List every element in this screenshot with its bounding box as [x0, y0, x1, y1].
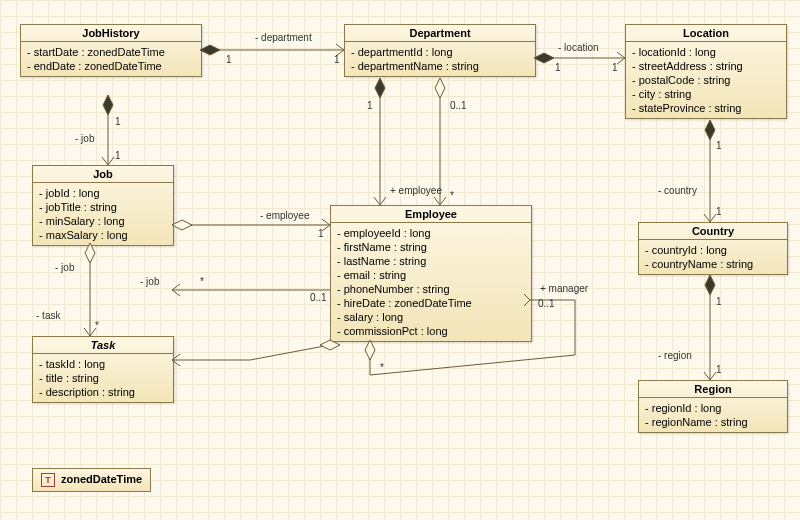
mult-label: *	[200, 276, 204, 287]
mult-label: 1	[716, 206, 722, 217]
class-attr: - jobTitle : string	[39, 200, 167, 214]
datatype-zoneddatetime[interactable]: TzonedDateTime	[32, 468, 151, 492]
class-attr: - streetAddress : string	[632, 59, 780, 73]
svg-marker-9	[435, 78, 445, 98]
class-title: Task	[91, 339, 116, 351]
mult-label: 1	[716, 296, 722, 307]
assoc-label: - job	[75, 133, 94, 144]
class-attr: - email : string	[337, 268, 525, 282]
svg-marker-3	[534, 53, 554, 63]
mult-label: 1	[115, 116, 121, 127]
mult-label: 1	[115, 150, 121, 161]
svg-marker-15	[365, 340, 375, 360]
assoc-label: - country	[658, 185, 697, 196]
class-attr: - minSalary : long	[39, 214, 167, 228]
class-employee[interactable]: Employee - employeeId : long - firstName…	[330, 205, 532, 342]
mult-label: 1	[334, 54, 340, 65]
assoc-label: - job	[55, 262, 74, 273]
class-attr: - jobId : long	[39, 186, 167, 200]
class-title: Country	[692, 225, 734, 237]
mult-label: 1	[226, 54, 232, 65]
class-attr: - firstName : string	[337, 240, 525, 254]
datatype-label: zonedDateTime	[61, 473, 142, 485]
class-attr: - departmentName : string	[351, 59, 529, 73]
class-title: JobHistory	[82, 27, 139, 39]
class-jobhistory[interactable]: JobHistory - startDate : zonedDateTime -…	[20, 24, 202, 77]
assoc-label: - department	[255, 32, 312, 43]
class-attr: - postalCode : string	[632, 73, 780, 87]
mult-label: 1	[716, 364, 722, 375]
class-title: Region	[694, 383, 731, 395]
class-title: Location	[683, 27, 729, 39]
class-attr: - startDate : zonedDateTime	[27, 45, 195, 59]
svg-marker-19	[705, 275, 715, 295]
class-department[interactable]: Department - departmentId : long - depar…	[344, 24, 536, 77]
class-attr: - regionName : string	[645, 415, 781, 429]
class-task[interactable]: Task - taskId : long - title : string - …	[32, 336, 174, 403]
class-title: Job	[93, 168, 113, 180]
class-attr: - taskId : long	[39, 357, 167, 371]
mult-label: 0..1	[310, 292, 327, 303]
class-attr: - description : string	[39, 385, 167, 399]
mult-label: 1	[318, 228, 324, 239]
mult-label: 1	[367, 100, 373, 111]
assoc-label: - location	[558, 42, 599, 53]
assoc-label: - employee	[260, 210, 309, 221]
mult-label: 0..1	[538, 298, 555, 309]
svg-marker-5	[103, 95, 113, 115]
class-attr: - stateProvince : string	[632, 101, 780, 115]
class-attr: - countryId : long	[645, 243, 781, 257]
class-attr: - title : string	[39, 371, 167, 385]
class-location[interactable]: Location - locationId : long - streetAdd…	[625, 24, 787, 119]
svg-marker-1	[200, 45, 220, 55]
assoc-label: - task	[36, 310, 60, 321]
class-job[interactable]: Job - jobId : long - jobTitle : string -…	[32, 165, 174, 246]
class-attr: - commissionPct : long	[337, 324, 525, 338]
svg-marker-11	[375, 78, 385, 98]
class-attr: - departmentId : long	[351, 45, 529, 59]
class-attr: - countryName : string	[645, 257, 781, 271]
uml-canvas[interactable]: JobHistory - startDate : zonedDateTime -…	[0, 0, 800, 520]
stereotype-icon: T	[41, 473, 55, 487]
mult-label: 1	[612, 62, 618, 73]
class-attr: - employeeId : long	[337, 226, 525, 240]
class-title: Department	[409, 27, 470, 39]
class-attr: - endDate : zonedDateTime	[27, 59, 195, 73]
class-attr: - phoneNumber : string	[337, 282, 525, 296]
svg-marker-7	[85, 243, 95, 263]
svg-marker-17	[705, 120, 715, 140]
class-attr: - locationId : long	[632, 45, 780, 59]
class-title: Employee	[405, 208, 457, 220]
svg-marker-13	[172, 220, 192, 230]
mult-label: *	[380, 362, 384, 373]
assoc-label: - job	[140, 276, 159, 287]
mult-label: 1	[716, 140, 722, 151]
class-attr: - maxSalary : long	[39, 228, 167, 242]
mult-label: *	[95, 320, 99, 331]
class-country[interactable]: Country - countryId : long - countryName…	[638, 222, 788, 275]
class-attr: - salary : long	[337, 310, 525, 324]
class-attr: - hireDate : zonedDateTime	[337, 296, 525, 310]
class-attr: - city : string	[632, 87, 780, 101]
assoc-label: + employee	[390, 185, 442, 196]
class-attr: - regionId : long	[645, 401, 781, 415]
mult-label: *	[450, 190, 454, 201]
class-region[interactable]: Region - regionId : long - regionName : …	[638, 380, 788, 433]
class-attr: - lastName : string	[337, 254, 525, 268]
mult-label: 0..1	[450, 100, 467, 111]
assoc-label: + manager	[540, 283, 588, 294]
mult-label: 1	[555, 62, 561, 73]
assoc-label: - region	[658, 350, 692, 361]
